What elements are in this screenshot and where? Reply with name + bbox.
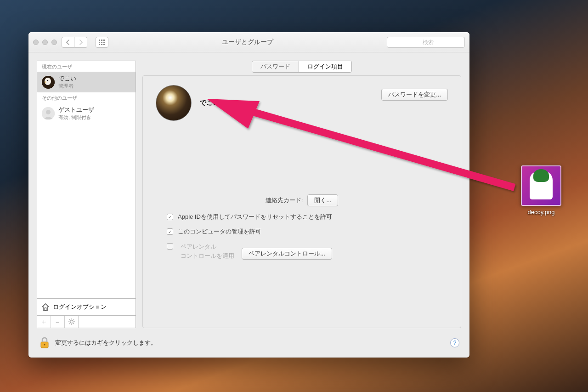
- tabs: パスワード ログイン項目: [142, 61, 461, 73]
- guest-name: ゲストユーザ: [58, 106, 94, 114]
- svg-line-22: [69, 319, 70, 320]
- show-all-button[interactable]: [96, 37, 108, 48]
- svg-rect-0: [99, 40, 100, 41]
- minimize-button[interactable]: [42, 40, 48, 45]
- sidebar-tools: ＋ −: [37, 316, 136, 328]
- login-options-label: ログインオプション: [53, 303, 107, 311]
- checkbox-admin[interactable]: [167, 228, 173, 235]
- file-thumbnail: [521, 165, 561, 206]
- system-preferences-window: ユーザとグループ 現在のユーザ でこい: [28, 32, 469, 358]
- svg-line-23: [73, 323, 74, 324]
- svg-rect-8: [103, 44, 105, 45]
- svg-rect-6: [99, 44, 100, 45]
- svg-rect-4: [101, 42, 102, 43]
- avatar-eagle-small: [42, 76, 55, 89]
- svg-rect-16: [45, 308, 46, 310]
- lock-button[interactable]: [39, 336, 51, 350]
- panel: でこい パスワードを変更... 連絡先カード: 開く... Apple IDを使…: [142, 75, 461, 328]
- search-field[interactable]: [387, 37, 465, 48]
- change-password-button[interactable]: パスワードを変更...: [381, 89, 448, 101]
- svg-point-27: [44, 344, 45, 345]
- svg-point-13: [47, 80, 48, 80]
- svg-rect-2: [103, 40, 105, 41]
- label-parental-1: ペアレンタル: [181, 242, 234, 251]
- label-admin: このコンピュータの管理を許可: [178, 227, 261, 236]
- desktop-background: ユーザとグループ 現在のユーザ でこい: [0, 0, 588, 392]
- user-sidebar: 現在のユーザ でこい 管理者 その他のユーザ: [37, 61, 136, 328]
- svg-rect-5: [103, 42, 105, 43]
- titlebar: ユーザとグループ: [28, 32, 469, 52]
- contact-card-label: 連絡先カード:: [266, 196, 303, 205]
- label-appleid-reset: Apple IDを使用してパスワードをリセットすることを許可: [178, 213, 332, 221]
- other-users-header: その他のユーザ: [37, 92, 136, 103]
- svg-rect-1: [101, 40, 102, 41]
- tab-login-items[interactable]: ログイン項目: [299, 61, 351, 72]
- svg-point-15: [46, 110, 51, 114]
- svg-line-25: [73, 319, 74, 320]
- lock-text: 変更するにはカギをクリックします。: [55, 339, 157, 347]
- help-button[interactable]: ?: [450, 338, 459, 347]
- lock-icon: [40, 337, 50, 349]
- zoom-button[interactable]: [51, 40, 57, 45]
- checkbox-parental[interactable]: [167, 243, 173, 250]
- search-input[interactable]: [394, 39, 463, 45]
- svg-line-24: [69, 323, 70, 324]
- svg-rect-7: [101, 44, 102, 45]
- house-icon: [41, 302, 50, 312]
- file-name: decoy.png: [521, 209, 561, 216]
- avatar-guest: [42, 107, 55, 120]
- gear-icon: [68, 318, 75, 325]
- add-user-button[interactable]: ＋: [37, 316, 51, 328]
- user-avatar-large[interactable]: [156, 85, 192, 121]
- close-button[interactable]: [33, 40, 39, 45]
- remove-user-button[interactable]: −: [51, 316, 65, 328]
- user-role: 管理者: [58, 83, 76, 90]
- desktop-file[interactable]: decoy.png: [521, 165, 561, 216]
- parental-controls-button[interactable]: ペアレンタルコントロール...: [242, 248, 332, 260]
- forward-button[interactable]: [74, 37, 87, 48]
- traffic-lights: [33, 40, 57, 45]
- guest-role: 有効, 制限付き: [58, 114, 94, 121]
- checkbox-appleid-reset[interactable]: [167, 214, 173, 220]
- svg-point-17: [70, 320, 73, 323]
- svg-rect-3: [99, 42, 100, 43]
- footer: 変更するにはカギをクリックします。 ?: [37, 335, 461, 351]
- panel-username: でこい: [200, 99, 219, 107]
- user-row-guest[interactable]: ゲストユーザ 有効, 制限付き: [37, 103, 136, 124]
- user-name: でこい: [58, 74, 76, 83]
- open-contact-card-button[interactable]: 開く...: [307, 194, 338, 206]
- svg-point-12: [45, 78, 51, 85]
- current-user-header: 現在のユーザ: [37, 61, 136, 72]
- actions-menu-button[interactable]: [65, 316, 79, 328]
- user-row-current[interactable]: でこい 管理者: [37, 72, 136, 92]
- login-options-button[interactable]: ログインオプション: [37, 299, 136, 316]
- tab-password[interactable]: パスワード: [252, 61, 299, 72]
- back-button[interactable]: [62, 37, 74, 48]
- label-parental-2: コントロールを適用: [181, 251, 234, 261]
- window-title: ユーザとグループ: [113, 38, 382, 46]
